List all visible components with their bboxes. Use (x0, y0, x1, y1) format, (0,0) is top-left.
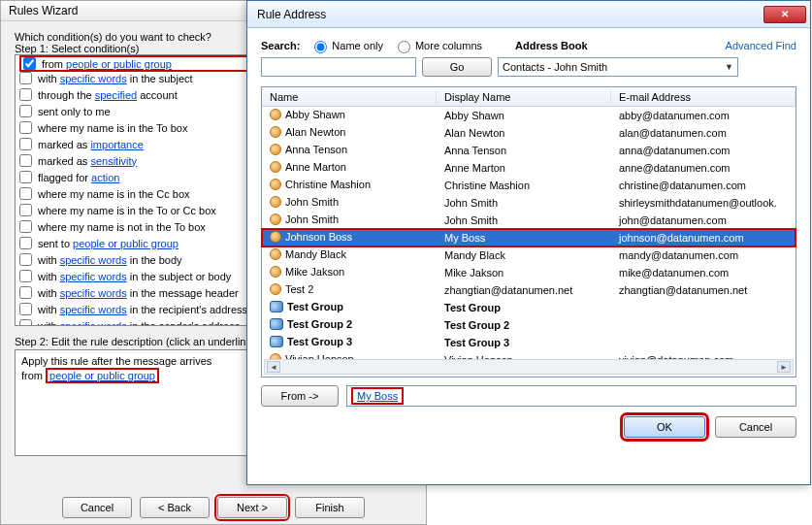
ok-button[interactable]: OK (624, 416, 705, 438)
contact-row[interactable]: Test Group 2Test Group 2 (262, 316, 796, 334)
contact-display: Alan Newton (437, 127, 611, 139)
radio-more-columns-input[interactable] (398, 41, 410, 53)
condition-checkbox[interactable] (19, 303, 32, 315)
group-icon (270, 336, 283, 347)
condition-checkbox[interactable] (19, 270, 32, 282)
contact-name: John Smith (285, 196, 339, 208)
chevron-down-icon: ▼ (725, 62, 733, 72)
radio-more-columns[interactable]: More columns (393, 38, 482, 53)
contact-row[interactable]: Test Group 3Test Group 3 (262, 334, 796, 351)
contact-row[interactable]: Mike JaksonMike Jaksonmike@datanumen.com (262, 264, 796, 281)
search-label: Search: (261, 40, 300, 51)
condition-checkbox[interactable] (19, 138, 32, 150)
condition-link[interactable]: specific words (60, 254, 127, 266)
condition-link[interactable]: specified (95, 89, 137, 101)
back-button[interactable]: < Back (140, 497, 210, 518)
contact-display: John Smith (437, 197, 611, 209)
advanced-find-link[interactable]: Advanced Find (726, 40, 796, 51)
contact-email: johnson@datanumen.com (611, 232, 796, 244)
condition-link[interactable]: importance (90, 139, 143, 150)
rule-address-titlebar[interactable]: Rule Address ✕ (247, 1, 810, 28)
condition-link[interactable]: people or public group (66, 58, 172, 70)
condition-checkbox[interactable] (19, 171, 32, 183)
contacts-listbox[interactable]: Name Display Name E-mail Address Abby Sh… (261, 86, 796, 377)
contact-display: Anna Tenson (437, 145, 611, 156)
contact-display: Test Group 3 (437, 337, 611, 348)
condition-text: sent to people or public group (38, 238, 179, 249)
horizontal-scrollbar[interactable]: ◄ ► (264, 359, 794, 375)
person-icon (270, 231, 281, 243)
condition-checkbox[interactable] (19, 319, 32, 326)
contact-name: Mandy Black (285, 248, 346, 260)
condition-checkbox[interactable] (19, 187, 32, 200)
condition-link[interactable]: people or public group (73, 238, 179, 249)
condition-text: with specific words in the sender's addr… (38, 320, 240, 327)
contact-row[interactable]: Alan NewtonAlan Newtonalan@datanumen.com (262, 124, 796, 142)
group-icon (270, 318, 283, 330)
contact-row[interactable]: Test GroupTest Group (262, 299, 796, 316)
condition-link[interactable]: specific words (60, 320, 127, 327)
condition-text: with specific words in the message heade… (38, 287, 239, 299)
condition-text: where my name is in the To or Cc box (38, 205, 216, 216)
person-icon (270, 179, 281, 190)
radio-name-only[interactable]: Name only (309, 38, 383, 53)
condition-checkbox[interactable] (19, 121, 32, 134)
next-button[interactable]: Next > (217, 497, 287, 518)
person-icon (270, 161, 281, 173)
contact-name: Test Group 2 (287, 318, 352, 330)
condition-link[interactable]: specific words (60, 287, 127, 299)
close-button[interactable]: ✕ (763, 6, 806, 23)
condition-checkbox[interactable] (19, 286, 32, 299)
desc-from-link[interactable]: people or public group (46, 368, 159, 383)
col-name[interactable]: Name (262, 91, 437, 103)
condition-checkbox[interactable] (19, 237, 32, 249)
contact-row[interactable]: Christine MashionChristine Mashionchrist… (262, 177, 796, 194)
contacts-header: Name Display Name E-mail Address (262, 87, 796, 107)
radio-name-only-input[interactable] (314, 41, 327, 53)
from-field-value[interactable]: My Boss (357, 390, 398, 402)
condition-checkbox[interactable] (19, 204, 32, 216)
contact-email: john@datanumen.com (611, 214, 796, 226)
condition-checkbox[interactable] (23, 57, 36, 70)
contact-email: alan@datanumen.com (611, 127, 796, 139)
condition-checkbox[interactable] (19, 253, 32, 266)
condition-link[interactable]: specific words (60, 271, 127, 282)
condition-checkbox[interactable] (19, 154, 32, 167)
scroll-right-icon[interactable]: ► (777, 361, 791, 373)
contact-row[interactable]: John SmithJohn Smithjohn@datanumen.com (262, 212, 796, 229)
condition-checkbox[interactable] (19, 220, 32, 233)
search-input[interactable] (261, 57, 416, 77)
condition-checkbox[interactable] (19, 105, 32, 117)
condition-link[interactable]: specific words (60, 73, 127, 84)
condition-link[interactable]: sensitivity (90, 155, 137, 167)
person-icon (270, 283, 281, 295)
cancel-button[interactable]: Cancel (62, 497, 132, 518)
from-button[interactable]: From -> (261, 385, 339, 407)
condition-checkbox[interactable] (19, 72, 32, 84)
col-email[interactable]: E-mail Address (611, 91, 796, 103)
finish-button[interactable]: Finish (295, 497, 365, 518)
contact-display: zhangtian@datanumen.net (437, 284, 611, 296)
contact-row[interactable]: John SmithJohn Smithshirleysmithdatanume… (262, 194, 796, 212)
addr-cancel-button[interactable]: Cancel (715, 416, 796, 438)
go-button[interactable]: Go (422, 57, 492, 77)
contact-row[interactable]: Abby ShawnAbby Shawnabby@datanumen.com (262, 107, 796, 124)
scroll-left-icon[interactable]: ◄ (267, 361, 280, 373)
from-field[interactable]: My Boss (346, 385, 796, 407)
contact-row[interactable]: Anne MartonAnne Martonanne@datanumen.com (262, 159, 796, 177)
contact-row[interactable]: Johnson BossMy Bossjohnson@datanumen.com (262, 229, 796, 246)
contact-display: My Boss (437, 232, 611, 244)
col-display[interactable]: Display Name (437, 91, 611, 103)
contact-name: Test 2 (285, 283, 313, 295)
contact-row[interactable]: Test 2zhangtian@datanumen.netzhangtian@d… (262, 281, 796, 299)
address-book-label: Address Book (515, 40, 588, 51)
condition-link[interactable]: action (91, 172, 119, 183)
contact-name: Anna Tenson (285, 144, 347, 155)
condition-link[interactable]: specific words (60, 304, 127, 315)
address-book-combo[interactable]: Contacts - John Smith ▼ (498, 57, 738, 77)
condition-checkbox[interactable] (19, 88, 32, 101)
person-icon (270, 109, 281, 120)
condition-text: marked as importance (38, 139, 144, 150)
contact-row[interactable]: Anna TensonAnna Tensonanna@datanumen.com (262, 142, 796, 159)
contact-row[interactable]: Mandy BlackMandy Blackmandy@datanumen.co… (262, 246, 796, 264)
